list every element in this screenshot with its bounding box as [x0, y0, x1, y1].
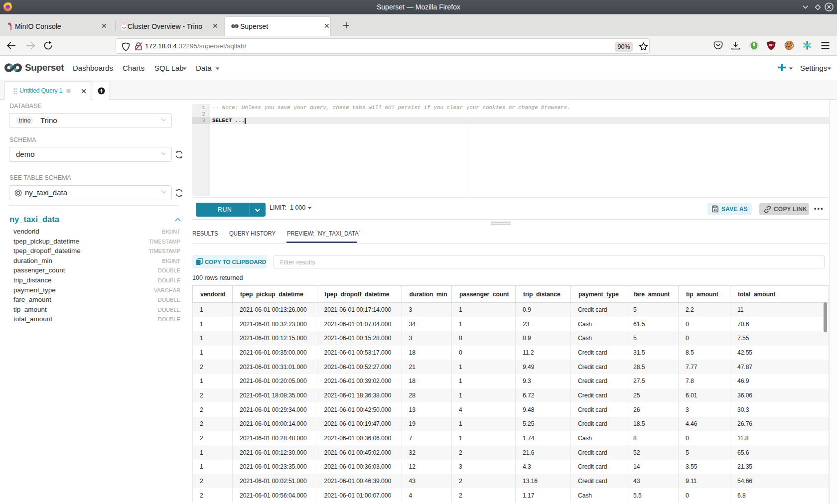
svg-text:uO: uO — [769, 43, 773, 47]
